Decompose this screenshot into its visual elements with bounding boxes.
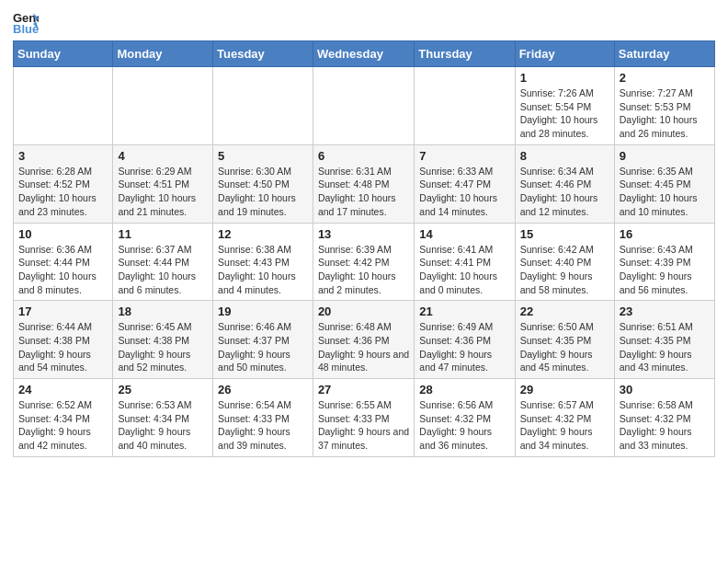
calendar-cell: 19Sunrise: 6:46 AM Sunset: 4:37 PM Dayli… <box>213 301 313 379</box>
calendar-week-1: 1Sunrise: 7:26 AM Sunset: 5:54 PM Daylig… <box>14 67 715 145</box>
day-number: 29 <box>520 383 609 396</box>
calendar-cell: 29Sunrise: 6:57 AM Sunset: 4:32 PM Dayli… <box>515 379 614 457</box>
day-number: 1 <box>520 71 609 85</box>
calendar-week-3: 10Sunrise: 6:36 AM Sunset: 4:44 PM Dayli… <box>14 223 715 301</box>
day-info: Sunrise: 6:39 AM Sunset: 4:42 PM Dayligh… <box>318 243 409 297</box>
header-day-friday: Friday <box>515 41 614 67</box>
day-number: 30 <box>620 383 710 396</box>
day-number: 16 <box>620 227 710 241</box>
day-info: Sunrise: 6:48 AM Sunset: 4:36 PM Dayligh… <box>318 320 409 374</box>
calendar-cell <box>113 67 213 145</box>
day-number: 21 <box>419 304 509 318</box>
calendar-header-row: SundayMondayTuesdayWednesdayThursdayFrid… <box>14 41 715 67</box>
header: General Blue <box>13 9 715 35</box>
day-info: Sunrise: 6:46 AM Sunset: 4:37 PM Dayligh… <box>218 320 308 374</box>
day-number: 8 <box>520 149 609 163</box>
calendar-cell: 24Sunrise: 6:52 AM Sunset: 4:34 PM Dayli… <box>14 379 113 457</box>
day-info: Sunrise: 6:58 AM Sunset: 4:32 PM Dayligh… <box>620 398 710 453</box>
calendar-cell: 27Sunrise: 6:55 AM Sunset: 4:33 PM Dayli… <box>313 379 414 457</box>
day-number: 14 <box>419 227 509 241</box>
header-day-wednesday: Wednesday <box>313 41 414 67</box>
page: General Blue SundayMondayTuesdayWednesda… <box>0 0 728 470</box>
calendar-cell: 15Sunrise: 6:42 AM Sunset: 4:40 PM Dayli… <box>515 223 614 301</box>
day-number: 6 <box>318 149 409 163</box>
day-info: Sunrise: 6:38 AM Sunset: 4:43 PM Dayligh… <box>218 243 308 297</box>
day-number: 12 <box>218 227 308 241</box>
calendar-week-2: 3Sunrise: 6:28 AM Sunset: 4:52 PM Daylig… <box>14 144 715 223</box>
calendar-cell: 9Sunrise: 6:35 AM Sunset: 4:45 PM Daylig… <box>614 144 714 223</box>
calendar-cell <box>415 67 515 145</box>
calendar-cell <box>213 67 313 145</box>
day-number: 11 <box>118 227 208 241</box>
calendar-cell: 6Sunrise: 6:31 AM Sunset: 4:48 PM Daylig… <box>313 144 414 223</box>
calendar-cell: 1Sunrise: 7:26 AM Sunset: 5:54 PM Daylig… <box>515 67 614 145</box>
calendar-cell: 30Sunrise: 6:58 AM Sunset: 4:32 PM Dayli… <box>614 379 714 457</box>
calendar-cell: 23Sunrise: 6:51 AM Sunset: 4:35 PM Dayli… <box>614 301 714 379</box>
calendar-cell: 7Sunrise: 6:33 AM Sunset: 4:47 PM Daylig… <box>415 144 515 223</box>
calendar-cell: 17Sunrise: 6:44 AM Sunset: 4:38 PM Dayli… <box>14 301 113 379</box>
calendar-table: SundayMondayTuesdayWednesdayThursdayFrid… <box>13 40 715 457</box>
day-info: Sunrise: 6:43 AM Sunset: 4:39 PM Dayligh… <box>620 243 710 297</box>
calendar-cell: 22Sunrise: 6:50 AM Sunset: 4:35 PM Dayli… <box>515 301 614 379</box>
calendar-cell: 18Sunrise: 6:45 AM Sunset: 4:38 PM Dayli… <box>113 301 213 379</box>
day-number: 13 <box>318 227 409 241</box>
header-day-tuesday: Tuesday <box>213 41 313 67</box>
day-number: 2 <box>620 71 710 85</box>
day-info: Sunrise: 7:27 AM Sunset: 5:53 PM Dayligh… <box>620 86 710 141</box>
calendar-week-5: 24Sunrise: 6:52 AM Sunset: 4:34 PM Dayli… <box>14 379 715 457</box>
calendar-cell: 8Sunrise: 6:34 AM Sunset: 4:46 PM Daylig… <box>515 144 614 223</box>
day-number: 3 <box>18 149 108 163</box>
header-day-saturday: Saturday <box>614 41 714 67</box>
calendar-cell: 14Sunrise: 6:41 AM Sunset: 4:41 PM Dayli… <box>415 223 515 301</box>
day-number: 23 <box>620 304 710 318</box>
day-info: Sunrise: 6:29 AM Sunset: 4:51 PM Dayligh… <box>118 165 208 219</box>
day-info: Sunrise: 6:50 AM Sunset: 4:35 PM Dayligh… <box>520 320 609 374</box>
day-info: Sunrise: 6:37 AM Sunset: 4:44 PM Dayligh… <box>118 243 208 297</box>
calendar-cell: 16Sunrise: 6:43 AM Sunset: 4:39 PM Dayli… <box>614 223 714 301</box>
day-number: 24 <box>18 383 108 396</box>
day-info: Sunrise: 6:53 AM Sunset: 4:34 PM Dayligh… <box>118 398 208 453</box>
day-info: Sunrise: 6:33 AM Sunset: 4:47 PM Dayligh… <box>419 165 509 219</box>
day-number: 27 <box>318 383 409 396</box>
day-info: Sunrise: 6:51 AM Sunset: 4:35 PM Dayligh… <box>620 320 710 374</box>
calendar-cell: 11Sunrise: 6:37 AM Sunset: 4:44 PM Dayli… <box>113 223 213 301</box>
calendar-cell: 28Sunrise: 6:56 AM Sunset: 4:32 PM Dayli… <box>415 379 515 457</box>
logo-icon: General Blue <box>13 9 39 35</box>
day-info: Sunrise: 6:57 AM Sunset: 4:32 PM Dayligh… <box>520 398 609 453</box>
day-number: 15 <box>520 227 609 241</box>
header-day-sunday: Sunday <box>14 41 113 67</box>
day-info: Sunrise: 6:41 AM Sunset: 4:41 PM Dayligh… <box>419 243 509 297</box>
day-number: 17 <box>18 304 108 318</box>
day-number: 10 <box>18 227 108 241</box>
day-number: 4 <box>118 149 208 163</box>
day-info: Sunrise: 6:56 AM Sunset: 4:32 PM Dayligh… <box>419 398 509 453</box>
logo: General Blue <box>13 9 42 35</box>
calendar-cell: 4Sunrise: 6:29 AM Sunset: 4:51 PM Daylig… <box>113 144 213 223</box>
day-info: Sunrise: 6:55 AM Sunset: 4:33 PM Dayligh… <box>318 398 409 453</box>
calendar-cell: 26Sunrise: 6:54 AM Sunset: 4:33 PM Dayli… <box>213 379 313 457</box>
calendar-cell: 20Sunrise: 6:48 AM Sunset: 4:36 PM Dayli… <box>313 301 414 379</box>
calendar-cell: 13Sunrise: 6:39 AM Sunset: 4:42 PM Dayli… <box>313 223 414 301</box>
day-number: 19 <box>218 304 308 318</box>
calendar-cell: 12Sunrise: 6:38 AM Sunset: 4:43 PM Dayli… <box>213 223 313 301</box>
day-number: 20 <box>318 304 409 318</box>
day-info: Sunrise: 6:49 AM Sunset: 4:36 PM Dayligh… <box>419 320 509 374</box>
day-number: 28 <box>419 383 509 396</box>
header-day-monday: Monday <box>113 41 213 67</box>
day-info: Sunrise: 6:44 AM Sunset: 4:38 PM Dayligh… <box>18 320 108 374</box>
day-info: Sunrise: 6:35 AM Sunset: 4:45 PM Dayligh… <box>620 165 710 219</box>
day-number: 5 <box>218 149 308 163</box>
day-number: 26 <box>218 383 308 396</box>
calendar-cell <box>313 67 414 145</box>
day-info: Sunrise: 6:42 AM Sunset: 4:40 PM Dayligh… <box>520 243 609 297</box>
day-info: Sunrise: 6:45 AM Sunset: 4:38 PM Dayligh… <box>118 320 208 374</box>
calendar-cell <box>14 67 113 145</box>
day-info: Sunrise: 6:30 AM Sunset: 4:50 PM Dayligh… <box>218 165 308 219</box>
calendar-week-4: 17Sunrise: 6:44 AM Sunset: 4:38 PM Dayli… <box>14 301 715 379</box>
calendar-cell: 5Sunrise: 6:30 AM Sunset: 4:50 PM Daylig… <box>213 144 313 223</box>
header-day-thursday: Thursday <box>415 41 515 67</box>
day-number: 7 <box>419 149 509 163</box>
day-info: Sunrise: 6:31 AM Sunset: 4:48 PM Dayligh… <box>318 165 409 219</box>
day-info: Sunrise: 6:28 AM Sunset: 4:52 PM Dayligh… <box>18 165 108 219</box>
day-number: 22 <box>520 304 609 318</box>
